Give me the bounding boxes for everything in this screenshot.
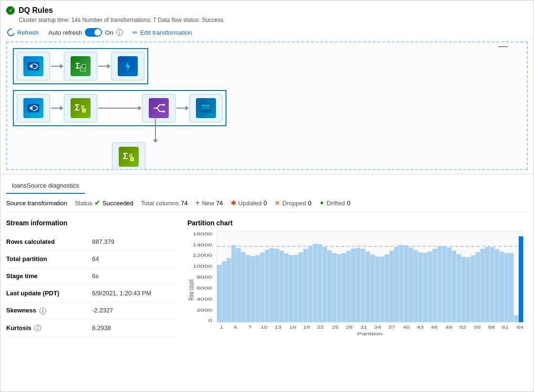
flow-row-1: Σ [13, 48, 148, 84]
flow-node-aggregate2[interactable]: Σ [112, 142, 145, 170]
svg-text:16000: 16000 [193, 231, 212, 237]
svg-rect-55 [222, 261, 226, 322]
svg-text:22: 22 [317, 325, 324, 329]
svg-rect-88 [380, 257, 384, 322]
svg-text:31: 31 [360, 325, 367, 329]
divider [0, 174, 534, 174]
svg-rect-97 [423, 253, 427, 322]
svg-text:Partition: Partition [357, 332, 383, 337]
svg-rect-99 [432, 249, 437, 322]
flow-row-2: Σ [13, 90, 226, 126]
auto-refresh-group: Auto refresh On i [49, 28, 123, 37]
bolt-icon [118, 56, 138, 76]
svg-text:4000: 4000 [196, 296, 212, 302]
sink-icon [196, 98, 216, 118]
svg-rect-104 [457, 254, 461, 322]
dropped-dot: ✕ [275, 199, 280, 207]
svg-rect-83 [356, 248, 360, 322]
auto-refresh-toggle[interactable] [85, 28, 102, 37]
diagnostics-tab[interactable]: loansSource diagnostics [6, 178, 85, 194]
svg-text:28: 28 [346, 325, 352, 329]
page-title: DQ Rules [19, 6, 53, 15]
stats-bar: Source transformation Status ✔ Succeeded… [6, 194, 528, 212]
svg-rect-112 [495, 249, 499, 322]
svg-text:10: 10 [260, 325, 267, 329]
refresh-button[interactable]: Refresh [7, 29, 39, 36]
flow-node-source1[interactable] [17, 52, 50, 80]
svg-rect-58 [236, 248, 241, 322]
svg-text:2000: 2000 [196, 307, 212, 312]
svg-text:34: 34 [374, 325, 381, 329]
flow-node-aggregate[interactable]: Σ [64, 94, 97, 122]
info-icon: i [116, 29, 123, 36]
svg-rect-72 [303, 249, 308, 322]
svg-text:Σ: Σ [76, 62, 80, 70]
svg-rect-94 [409, 247, 413, 322]
svg-rect-91 [394, 247, 399, 322]
info-row-kurtosis: Kurtosis i 8.2938 [6, 320, 178, 337]
svg-rect-69 [289, 255, 293, 322]
svg-rect-105 [462, 257, 466, 322]
on-label: On [105, 29, 113, 36]
svg-rect-117 [519, 236, 523, 322]
svg-rect-13 [202, 105, 210, 107]
arrow-4 [176, 108, 188, 109]
partition-chart: 16000 14000 12000 10000 8000 6000 4000 2… [187, 231, 528, 354]
svg-rect-95 [413, 250, 418, 322]
svg-rect-74 [313, 244, 317, 322]
svg-rect-76 [322, 247, 327, 322]
svg-rect-111 [490, 247, 494, 322]
skewness-info-icon[interactable]: i [40, 308, 46, 314]
dropped-item: ✕ Dropped 0 [275, 199, 311, 207]
svg-rect-77 [327, 251, 331, 322]
arrow-2 [98, 66, 110, 67]
svg-rect-90 [390, 251, 394, 322]
svg-text:4: 4 [234, 325, 237, 329]
svg-rect-100 [437, 247, 442, 322]
svg-rect-84 [361, 249, 365, 322]
info-row-stage-time: Stage time 6s [6, 268, 178, 285]
toolbar: Refresh Auto refresh On i ✏ Edit transfo… [6, 28, 528, 37]
svg-text:12000: 12000 [193, 253, 212, 258]
refresh-icon [6, 27, 16, 38]
svg-rect-89 [385, 254, 389, 322]
svg-rect-87 [375, 257, 380, 322]
svg-marker-11 [163, 110, 165, 112]
svg-rect-62 [256, 255, 260, 322]
flow-node-sink[interactable] [189, 94, 223, 122]
svg-marker-17 [131, 158, 134, 161]
edit-transformation-button[interactable]: ✏ Edit transformation [133, 29, 192, 36]
svg-rect-79 [337, 254, 341, 322]
svg-text:14000: 14000 [193, 242, 212, 248]
chart-panel: Partition chart 16000 14000 12000 10000 … [187, 219, 528, 386]
svg-text:58: 58 [488, 325, 495, 329]
mini-indicator [498, 46, 508, 47]
svg-text:7: 7 [248, 325, 252, 329]
info-table: Rows calculated 887,379 Total partition … [6, 233, 178, 337]
svg-marker-8 [82, 109, 86, 112]
flow-row-3: Σ [112, 142, 145, 170]
svg-text:1: 1 [220, 325, 223, 329]
kurtosis-info-icon[interactable]: i [34, 325, 41, 332]
flow-node-bolt[interactable] [111, 52, 144, 80]
flow-node-split[interactable] [142, 94, 175, 122]
svg-text:8000: 8000 [196, 274, 212, 280]
svg-rect-63 [260, 252, 265, 322]
svg-rect-102 [447, 247, 451, 322]
split-icon [149, 98, 169, 118]
svg-marker-18 [130, 154, 132, 157]
svg-rect-98 [428, 251, 432, 322]
info-row-last-update: Last update (PDT) 6/9/2021, 1:20:43 PM [6, 285, 178, 302]
info-row-skewness: Skewness i -2.2327 [6, 302, 178, 320]
svg-rect-114 [504, 253, 509, 322]
svg-text:37: 37 [388, 325, 395, 329]
flow-node-source2[interactable] [17, 94, 50, 122]
svg-text:46: 46 [431, 325, 437, 329]
flow-node-transform1[interactable]: Σ [64, 52, 97, 80]
svg-rect-75 [318, 244, 322, 322]
svg-rect-92 [399, 245, 403, 322]
success-icon: ✓ [6, 6, 15, 15]
svg-text:10000: 10000 [193, 264, 212, 269]
arrow-1 [51, 66, 63, 67]
svg-rect-67 [279, 251, 284, 322]
